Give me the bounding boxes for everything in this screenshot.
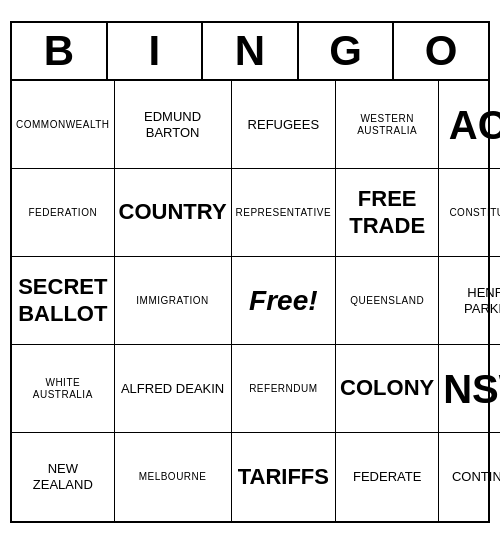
bingo-header: BINGO	[12, 23, 488, 81]
header-letter: B	[12, 23, 108, 79]
cell-text: REFERNDUM	[249, 383, 317, 395]
cell-text: TARIFFS	[238, 464, 329, 490]
header-letter: N	[203, 23, 299, 79]
cell-text: FEDERATE	[353, 469, 421, 485]
bingo-cell: REFUGEES	[232, 81, 337, 169]
cell-text: IMMIGRATION	[136, 295, 209, 307]
cell-text: NEW ZEALAND	[16, 461, 110, 492]
cell-text: Free!	[249, 284, 317, 318]
header-letter: G	[299, 23, 395, 79]
cell-text: FEDERATION	[28, 207, 97, 219]
bingo-cell: Free!	[232, 257, 337, 345]
bingo-cell: ALFRED DEAKIN	[115, 345, 232, 433]
bingo-cell: WHITE AUSTRALIA	[12, 345, 115, 433]
bingo-cell: IMMIGRATION	[115, 257, 232, 345]
header-letter: O	[394, 23, 488, 79]
cell-text: COLONY	[340, 375, 434, 401]
bingo-cell: QUEENSLAND	[336, 257, 439, 345]
cell-text: EDMUND BARTON	[119, 109, 227, 140]
cell-text: COMMONWEALTH	[16, 119, 110, 131]
header-letter: I	[108, 23, 204, 79]
bingo-cell: COLONY	[336, 345, 439, 433]
cell-text: HENRY PARKES	[443, 285, 500, 316]
bingo-cell: SECRET BALLOT	[12, 257, 115, 345]
bingo-cell: HENRY PARKES	[439, 257, 500, 345]
cell-text: WHITE AUSTRALIA	[16, 377, 110, 401]
bingo-card: BINGO COMMONWEALTHEDMUND BARTONREFUGEESW…	[10, 21, 490, 523]
cell-text: CONSTITUTION	[449, 207, 500, 219]
bingo-cell: COUNTRY	[115, 169, 232, 257]
cell-text: ACT	[449, 101, 500, 149]
bingo-cell: FREE TRADE	[336, 169, 439, 257]
cell-text: SECRET BALLOT	[16, 274, 110, 327]
cell-text: NSW	[443, 365, 500, 413]
bingo-cell: WESTERN AUSTRALIA	[336, 81, 439, 169]
bingo-cell: COMMONWEALTH	[12, 81, 115, 169]
cell-text: REFUGEES	[248, 117, 320, 133]
cell-text: ALFRED DEAKIN	[121, 381, 224, 397]
bingo-cell: EDMUND BARTON	[115, 81, 232, 169]
bingo-cell: NSW	[439, 345, 500, 433]
bingo-cell: CONTINENT	[439, 433, 500, 521]
cell-text: QUEENSLAND	[350, 295, 424, 307]
cell-text: MELBOURNE	[139, 471, 207, 483]
cell-text: CONTINENT	[452, 469, 500, 485]
bingo-cell: FEDERATE	[336, 433, 439, 521]
bingo-cell: ACT	[439, 81, 500, 169]
bingo-cell: FEDERATION	[12, 169, 115, 257]
bingo-cell: MELBOURNE	[115, 433, 232, 521]
cell-text: FREE TRADE	[340, 186, 434, 239]
bingo-grid: COMMONWEALTHEDMUND BARTONREFUGEESWESTERN…	[12, 81, 488, 521]
bingo-cell: CONSTITUTION	[439, 169, 500, 257]
bingo-cell: NEW ZEALAND	[12, 433, 115, 521]
bingo-cell: REFERNDUM	[232, 345, 337, 433]
cell-text: WESTERN AUSTRALIA	[340, 113, 434, 137]
bingo-cell: REPRESENTATIVE	[232, 169, 337, 257]
cell-text: REPRESENTATIVE	[236, 207, 332, 219]
cell-text: COUNTRY	[119, 199, 227, 225]
bingo-cell: TARIFFS	[232, 433, 337, 521]
